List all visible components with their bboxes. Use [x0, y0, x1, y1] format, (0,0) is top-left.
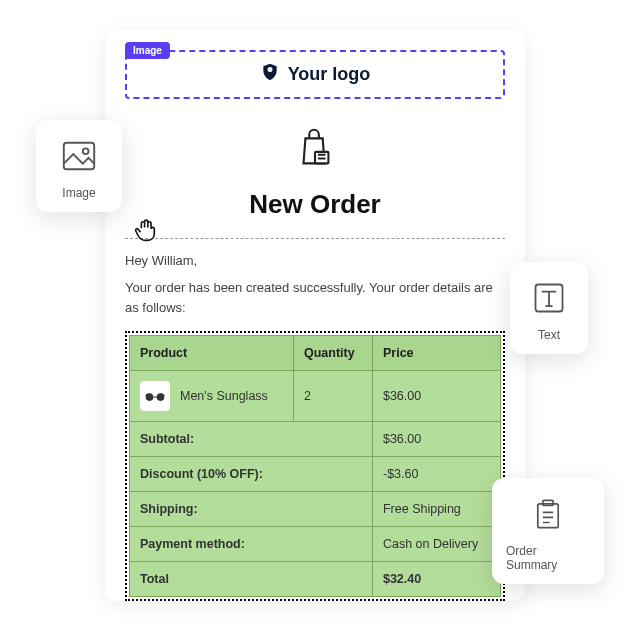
shipping-value: Free Shipping: [372, 492, 500, 527]
divider: [125, 238, 505, 239]
svg-rect-6: [538, 504, 558, 528]
greeting-text: Hey William,: [125, 253, 505, 268]
selected-block-badge: Image: [125, 42, 170, 59]
grab-cursor-icon: [134, 216, 160, 246]
total-label: Total: [130, 562, 373, 597]
col-quantity: Quantity: [293, 336, 372, 371]
row-subtotal: Subtotal: $36.00: [130, 422, 501, 457]
tool-image-label: Image: [62, 186, 95, 200]
tool-image[interactable]: Image: [36, 120, 122, 212]
tool-order-summary[interactable]: Order Summary: [492, 478, 604, 584]
logo-text: Your logo: [288, 64, 371, 85]
page-title: New Order: [125, 189, 505, 220]
image-icon: [59, 136, 99, 176]
table-row: Men's Sunglass 2 $36.00: [130, 371, 501, 422]
svg-rect-3: [64, 143, 94, 170]
col-product: Product: [130, 336, 294, 371]
product-name: Men's Sunglass: [180, 389, 268, 403]
subtotal-label: Subtotal:: [130, 422, 373, 457]
row-discount: Discount (10% OFF): -$3.60: [130, 457, 501, 492]
discount-value: -$3.60: [372, 457, 500, 492]
product-qty: 2: [293, 371, 372, 422]
product-thumbnail: [140, 381, 170, 411]
svg-point-4: [83, 148, 89, 154]
tool-text[interactable]: Text: [510, 262, 588, 354]
order-summary-block[interactable]: Product Quantity Price Men's Sunglass: [125, 331, 505, 601]
tool-order-summary-label: Order Summary: [506, 544, 590, 572]
text-icon: [529, 278, 569, 318]
shield-logo-icon: [260, 62, 280, 87]
row-shipping: Shipping: Free Shipping: [130, 492, 501, 527]
order-table: Product Quantity Price Men's Sunglass: [129, 335, 501, 597]
total-value: $32.40: [372, 562, 500, 597]
row-payment: Payment method: Cash on Delivery: [130, 527, 501, 562]
subtotal-value: $36.00: [372, 422, 500, 457]
col-price: Price: [372, 336, 500, 371]
discount-label: Discount (10% OFF):: [130, 457, 373, 492]
payment-label: Payment method:: [130, 527, 373, 562]
tool-text-label: Text: [538, 328, 560, 342]
shipping-label: Shipping:: [130, 492, 373, 527]
email-canvas: Image Your logo New Order Hey William, Y…: [105, 30, 525, 601]
order-hero-icon: [125, 125, 505, 175]
payment-value: Cash on Delivery: [372, 527, 500, 562]
clipboard-icon: [528, 494, 568, 534]
intro-text: Your order has been created successfully…: [125, 278, 505, 317]
row-total: Total $32.40: [130, 562, 501, 597]
logo-block[interactable]: Image Your logo: [125, 50, 505, 99]
product-price: $36.00: [372, 371, 500, 422]
table-header-row: Product Quantity Price: [130, 336, 501, 371]
